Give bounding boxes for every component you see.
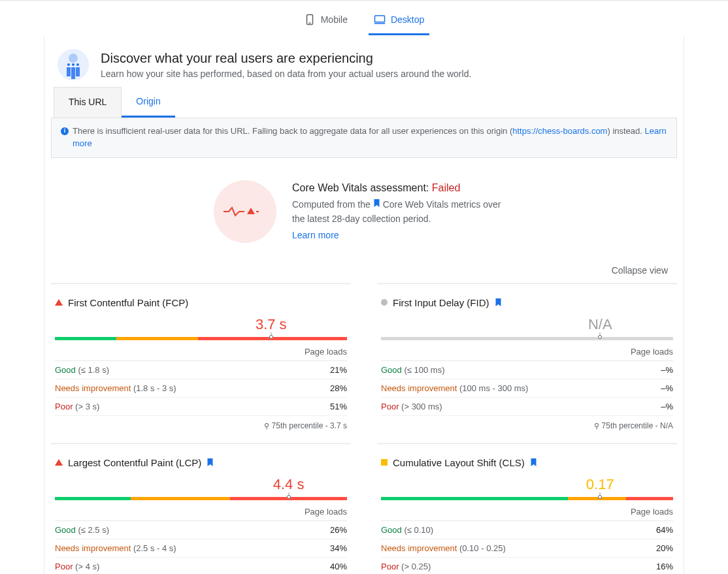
tab-mobile[interactable]: Mobile — [299, 6, 353, 35]
cls-ni-label: Needs improvement — [381, 543, 457, 553]
marker-icon — [598, 335, 602, 339]
fid-ni-pct: –% — [661, 383, 673, 393]
fcp-percentile: 75th percentile - 3.7 s — [272, 421, 347, 430]
main-panel: Discover what your real users are experi… — [44, 36, 684, 574]
metric-cls-bar — [381, 497, 673, 500]
metric-cls: Cumulative Layout Shift (CLS) 0.17 Page … — [377, 443, 677, 574]
info-icon: i — [61, 127, 69, 135]
metric-cls-value: 0.17 — [586, 476, 614, 493]
metric-fcp: First Contentful Paint (FCP) 3.7 s Page … — [51, 283, 351, 443]
metric-lcp: Largest Contentful Paint (LCP) 4.4 s Pag… — [51, 443, 351, 574]
cls-poor-label: Poor — [381, 562, 399, 571]
marker-icon — [269, 335, 273, 339]
assessment-title-pre: Core Web Vitals assessment: — [292, 182, 432, 193]
desktop-icon — [374, 14, 386, 25]
lcp-good-pct: 26% — [330, 525, 347, 535]
metric-lcp-name: Largest Contentful Paint (LCP) — [68, 457, 201, 468]
page-loads-label: Page loads — [55, 345, 347, 361]
svg-rect-11 — [76, 67, 80, 76]
cls-ni-pct: 20% — [656, 543, 673, 553]
device-tabs: Mobile Desktop — [0, 1, 728, 36]
metric-lcp-value: 4.4 s — [273, 476, 305, 493]
cls-good-pct: 64% — [656, 525, 673, 535]
svg-point-5 — [69, 54, 78, 63]
cls-good-label: Good — [381, 525, 402, 535]
cls-poor-range: (> 0.25) — [401, 562, 431, 571]
metric-fcp-bar — [55, 337, 347, 340]
assessment-title: Core Web Vitals assessment: Failed — [292, 182, 514, 194]
lcp-ni-label: Needs improvement — [55, 543, 131, 553]
lcp-poor-range: (> 4 s) — [75, 562, 99, 571]
square-orange-icon — [381, 459, 388, 466]
svg-marker-12 — [247, 208, 255, 214]
svg-rect-2 — [374, 16, 384, 22]
svg-point-8 — [76, 63, 79, 66]
lcp-poor-pct: 40% — [330, 562, 347, 571]
metric-fid-value: N/A — [588, 316, 612, 333]
collapse-view-button[interactable]: Collapse view — [612, 265, 668, 276]
svg-rect-10 — [71, 67, 75, 79]
page-subtitle: Learn how your site has performed, based… — [101, 69, 471, 79]
tab-mobile-label: Mobile — [321, 14, 348, 25]
fcp-ni-pct: 28% — [330, 383, 347, 393]
metric-fcp-name: First Contentful Paint (FCP) — [68, 297, 188, 308]
fcp-good-label: Good — [55, 365, 76, 375]
bookmark-icon[interactable] — [495, 298, 502, 307]
notice-text-post: ) instead. — [607, 126, 644, 136]
assessment-description: Computed from the Core Web Vitals metric… — [292, 198, 514, 226]
fcp-poor-label: Poor — [55, 402, 73, 411]
pin-icon: ⚲ — [594, 422, 599, 430]
source-tabs: This URL Origin — [44, 87, 684, 118]
cls-ni-range: (0.10 - 0.25) — [459, 543, 506, 553]
metric-fid-name: First Input Delay (FID) — [393, 297, 489, 308]
fcp-good-pct: 21% — [330, 365, 347, 375]
cls-good-range: (≤ 0.10) — [404, 525, 433, 535]
lcp-poor-label: Poor — [55, 562, 73, 571]
metric-fcp-value: 3.7 s — [256, 316, 287, 333]
fid-good-range: (≤ 100 ms) — [404, 365, 444, 375]
fid-poor-pct: –% — [661, 402, 673, 411]
users-icon — [58, 49, 89, 80]
assessment-desc-1: Computed from the — [292, 199, 373, 210]
bookmark-icon[interactable] — [207, 458, 214, 467]
fcp-poor-range: (> 3 s) — [75, 402, 99, 411]
assessment-learn-more-link[interactable]: Learn more — [292, 230, 339, 240]
fid-poor-range: (> 300 ms) — [401, 402, 442, 411]
metrics-grid: First Contentful Paint (FCP) 3.7 s Page … — [44, 283, 684, 574]
svg-point-7 — [72, 63, 74, 66]
metric-fid: First Input Delay (FID) N/A Page loads G… — [377, 283, 677, 443]
svg-point-6 — [67, 63, 70, 66]
page-loads-label: Page loads — [381, 345, 673, 361]
metric-fid-bar — [381, 337, 673, 340]
fid-percentile: 75th percentile - N/A — [602, 421, 673, 430]
bookmark-icon — [373, 199, 380, 208]
fcp-good-range: (≤ 1.8 s) — [78, 365, 109, 375]
tab-this-url[interactable]: This URL — [54, 87, 122, 118]
cls-poor-pct: 16% — [656, 562, 673, 571]
marker-icon — [287, 495, 291, 499]
tab-desktop[interactable]: Desktop — [369, 6, 429, 35]
fid-ni-label: Needs improvement — [381, 383, 457, 393]
page-loads-label: Page loads — [55, 505, 347, 521]
lcp-ni-pct: 34% — [330, 543, 347, 553]
marker-icon — [598, 495, 602, 499]
assessment-status-icon — [214, 180, 276, 243]
pin-icon: ⚲ — [264, 422, 269, 430]
triangle-red-icon — [55, 299, 63, 306]
notice-origin-link[interactable]: https://chess-boards.com — [512, 126, 607, 136]
dot-gray-icon — [381, 299, 388, 306]
triangle-red-icon — [55, 459, 63, 466]
tab-origin[interactable]: Origin — [122, 87, 174, 118]
metric-cls-name: Cumulative Layout Shift (CLS) — [393, 457, 525, 468]
fcp-ni-label: Needs improvement — [55, 383, 131, 393]
fcp-ni-range: (1.8 s - 3 s) — [133, 383, 176, 393]
page-loads-label: Page loads — [381, 505, 673, 521]
header-section: Discover what your real users are experi… — [44, 36, 684, 87]
lcp-good-range: (≤ 2.5 s) — [78, 525, 109, 535]
bookmark-icon[interactable] — [530, 458, 537, 467]
fid-good-label: Good — [381, 365, 402, 375]
notice-text-pre: There is insufficient real-user data for… — [73, 126, 512, 136]
lcp-good-label: Good — [55, 525, 76, 535]
assessment-block: Core Web Vitals assessment: Failed Compu… — [44, 166, 684, 249]
assessment-status: Failed — [432, 182, 461, 193]
